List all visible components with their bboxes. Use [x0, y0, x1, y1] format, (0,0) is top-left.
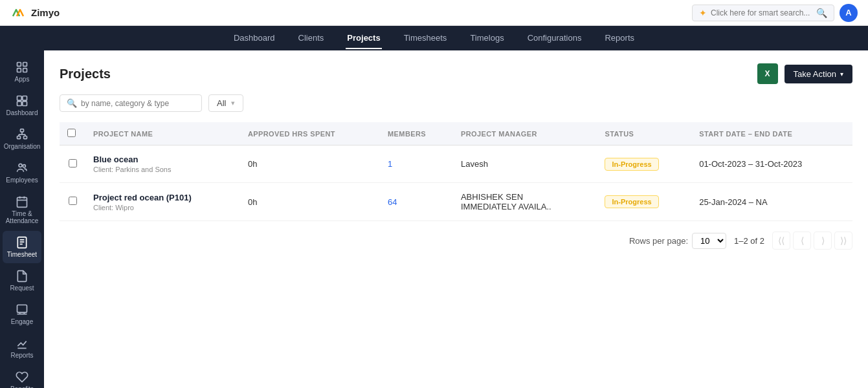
logo-text: Zimyo: [31, 7, 60, 18]
nav-reports[interactable]: Reports: [603, 28, 636, 49]
filter-search[interactable]: 🔍: [60, 94, 202, 112]
sidebar-item-reports[interactable]: Reports: [3, 332, 41, 364]
logo: Zimyo: [10, 5, 60, 21]
members-link-0[interactable]: 1: [388, 159, 392, 169]
members-link-1[interactable]: 64: [388, 197, 397, 207]
cell-project-name-0: Blue ocean Client: Parkins and Sons: [85, 146, 240, 183]
sidebar-label-benefits: Benefits: [10, 385, 34, 388]
employees-icon: [16, 162, 28, 175]
nav-clients[interactable]: Clients: [297, 28, 326, 49]
nav-configurations[interactable]: Configurations: [526, 28, 583, 49]
sidebar-item-apps[interactable]: Apps: [3, 56, 41, 88]
svg-rect-8: [23, 102, 27, 106]
project-client-1: Client: Wipro: [93, 204, 232, 211]
row-checkbox-cell: [60, 146, 85, 183]
nav-dashboard[interactable]: Dashboard: [232, 28, 276, 49]
timesheet-icon: [16, 236, 28, 249]
sidebar-item-organisation[interactable]: Organisation: [3, 123, 41, 155]
table-row: Blue ocean Client: Parkins and Sons 0h 1…: [60, 146, 852, 183]
sidebar-item-request[interactable]: Request: [3, 264, 41, 297]
sidebar-label-employees: Employees: [6, 177, 38, 184]
topbar-search: ✦ 🔍 A: [692, 4, 858, 22]
rows-per-page-select[interactable]: 10 25 50: [692, 233, 726, 249]
page-title: Projects: [60, 67, 111, 81]
row-checkbox-cell: [60, 183, 85, 221]
nav-projects[interactable]: Projects: [346, 28, 381, 49]
col-project-name: PROJECT NAME: [85, 122, 240, 146]
sidebar-item-time-attendance[interactable]: Time & Attendance: [3, 190, 41, 230]
cell-date-range-1: 25-Jan-2024 – NA: [691, 183, 852, 221]
benefits-icon: [16, 371, 28, 383]
cell-approved-hrs-1: 0h: [240, 183, 380, 221]
filter-dropdown[interactable]: All ▾: [208, 94, 243, 112]
project-name-0: Blue ocean: [93, 155, 232, 164]
topbar: Zimyo ✦ 🔍 A: [0, 0, 868, 26]
col-approved-hrs: APPROVED HRS SPENT: [240, 122, 380, 146]
nav-timesheets[interactable]: Timesheets: [403, 28, 449, 49]
svg-rect-7: [17, 102, 22, 106]
svg-rect-2: [23, 63, 27, 67]
cell-members-1: 64: [380, 183, 453, 221]
svg-point-17: [23, 165, 25, 167]
search-icon: 🔍: [816, 8, 827, 18]
select-all-checkbox[interactable]: [67, 129, 76, 137]
filter-search-input[interactable]: [81, 99, 184, 108]
last-page-button[interactable]: ⟩⟩: [834, 232, 852, 250]
sidebar-item-dashboard[interactable]: Dashboard: [3, 89, 41, 122]
sidebar-item-timesheet[interactable]: Timesheet: [3, 231, 41, 263]
table-header: PROJECT NAME APPROVED HRS SPENT MEMBERS …: [60, 122, 852, 146]
search-box[interactable]: ✦ 🔍: [692, 5, 834, 21]
sidebar: Apps Dashboard Organisation Employees Ti…: [0, 50, 44, 388]
sidebar-label-reports: Reports: [10, 352, 33, 359]
project-client-0: Client: Parkins and Sons: [93, 166, 232, 173]
header-actions: X Take Action ▾: [757, 63, 853, 84]
filter-dropdown-label: All: [217, 98, 226, 108]
svg-rect-4: [23, 69, 27, 72]
sidebar-label-organisation: Organisation: [4, 143, 41, 150]
nav-timelogs[interactable]: Timelogs: [469, 28, 505, 49]
take-action-button[interactable]: Take Action ▾: [785, 65, 853, 83]
project-name-1: Project red ocean (P101): [93, 193, 232, 202]
apps-icon: [16, 61, 28, 74]
request-icon: [16, 270, 28, 283]
navbar: Dashboard Clients Projects Timesheets Ti…: [0, 26, 868, 50]
user-avatar[interactable]: A: [840, 4, 858, 22]
chevron-down-icon: ▾: [840, 70, 843, 78]
cell-project-manager-0: Lavesh: [453, 146, 597, 183]
excel-export-button[interactable]: X: [757, 63, 778, 84]
row-checkbox-0[interactable]: [69, 159, 77, 167]
row-checkbox-1[interactable]: [69, 197, 77, 205]
sidebar-item-benefits[interactable]: Benefits: [3, 365, 41, 388]
filter-search-icon: 🔍: [67, 98, 77, 108]
dashboard-icon: [16, 94, 28, 107]
table-row: Project red ocean (P101) Client: Wipro 0…: [60, 183, 852, 221]
search-input[interactable]: [711, 8, 812, 17]
engage-icon: [16, 303, 28, 316]
status-badge-0: In-Progress: [605, 158, 658, 171]
col-members: MEMBERS: [380, 122, 453, 146]
next-page-button[interactable]: ⟩: [814, 232, 832, 250]
rows-per-page: Rows per page: 10 25 50: [629, 233, 726, 249]
first-page-button[interactable]: ⟨⟨: [772, 232, 790, 250]
prev-page-button[interactable]: ⟨: [793, 232, 811, 250]
table-body: Blue ocean Client: Parkins and Sons 0h 1…: [60, 146, 852, 221]
pagination-row: Rows per page: 10 25 50 1–2 of 2 ⟨⟨ ⟨ ⟩ …: [60, 221, 852, 250]
sidebar-label-time: Time & Attendance: [5, 210, 39, 224]
sidebar-item-engage[interactable]: Engage: [3, 298, 41, 330]
sidebar-label-engage: Engage: [11, 318, 33, 325]
sidebar-label-dashboard: Dashboard: [6, 109, 38, 116]
main-layout: Apps Dashboard Organisation Employees Ti…: [0, 50, 868, 388]
sidebar-item-employees[interactable]: Employees: [3, 156, 41, 189]
cell-members-0: 1: [380, 146, 453, 183]
cell-status-1: In-Progress: [597, 183, 691, 221]
page-info: 1–2 of 2: [734, 236, 764, 246]
filter-row: 🔍 All ▾: [60, 94, 852, 112]
page-header: Projects X Take Action ▾: [60, 63, 852, 84]
svg-rect-3: [17, 69, 21, 72]
take-action-label: Take Action: [794, 69, 837, 79]
svg-rect-18: [17, 197, 27, 207]
cell-project-manager-1: ABHISHEK SEN IMMEDIATELY AVAILA..: [453, 183, 597, 221]
main-content: Projects X Take Action ▾ 🔍 All ▾: [44, 50, 868, 388]
smart-search-star-icon: ✦: [699, 8, 707, 18]
reports-icon: [16, 337, 28, 350]
